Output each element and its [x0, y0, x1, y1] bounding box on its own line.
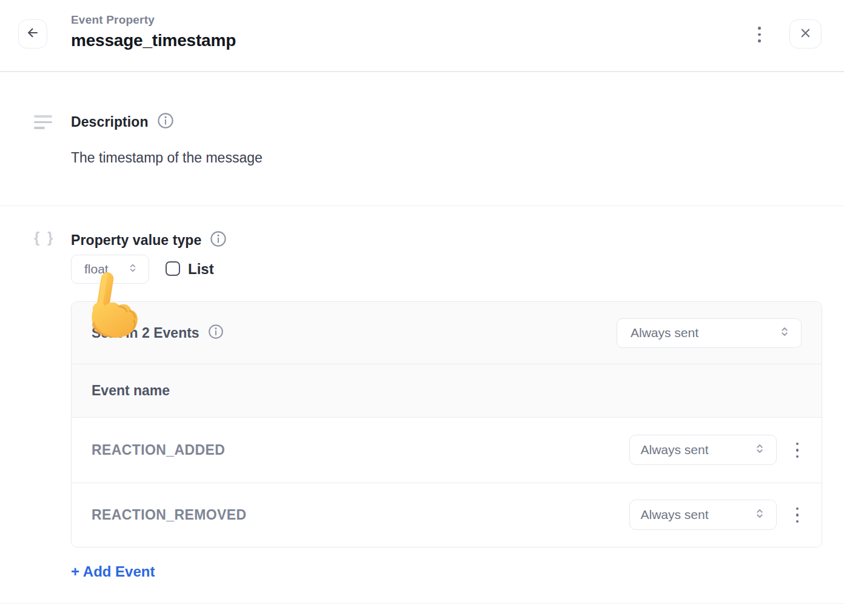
row-more-options-button[interactable] — [790, 439, 805, 462]
info-icon[interactable] — [207, 323, 224, 343]
value-type-selected: float — [84, 262, 109, 276]
section-divider — [0, 206, 844, 206]
braces-icon: { } — [34, 229, 55, 246]
list-checkbox-label: List — [188, 261, 214, 278]
list-checkbox[interactable] — [166, 261, 180, 276]
info-icon[interactable] — [156, 112, 175, 132]
entity-type-label: Event Property — [71, 13, 236, 27]
panel-header-bar: Event Property message_timestamp — [0, 0, 844, 72]
events-panel-header: Sent In 2 Events Always sent — [72, 302, 822, 364]
row-sent-mode-dropdown[interactable]: Always sent — [629, 435, 777, 465]
event-name[interactable]: REACTION_REMOVED — [92, 507, 247, 523]
info-icon[interactable] — [209, 230, 227, 250]
row-sent-mode-value: Always sent — [641, 443, 709, 457]
chevron-up-down-icon — [753, 442, 766, 458]
close-icon — [799, 27, 812, 42]
global-sent-mode-value: Always sent — [631, 326, 698, 340]
event-name-column-header: Event name — [72, 364, 822, 418]
row-sent-mode-value: Always sent — [641, 507, 709, 522]
property-type-heading: Property value type — [71, 232, 201, 249]
back-button[interactable] — [18, 19, 47, 49]
close-button[interactable] — [789, 19, 822, 49]
description-icon — [34, 115, 52, 129]
table-row: REACTION_REMOVED Always sent — [72, 483, 822, 547]
sent-in-events-panel: Sent In 2 Events Always sent Event name … — [71, 301, 822, 547]
events-panel-heading: Sent In 2 Events — [92, 325, 199, 341]
arrow-left-icon — [25, 25, 40, 42]
table-row: REACTION_ADDED Always sent — [72, 418, 822, 482]
chevron-up-down-icon — [127, 262, 139, 277]
description-heading: Description — [71, 114, 149, 130]
add-event-link[interactable]: + Add Event — [71, 563, 155, 580]
global-sent-mode-dropdown[interactable]: Always sent — [617, 318, 802, 348]
bottom-divider — [0, 603, 844, 604]
description-text[interactable]: The timestamp of the message — [71, 150, 263, 166]
chevron-up-down-icon — [753, 507, 766, 523]
value-type-dropdown[interactable]: float — [71, 255, 149, 284]
row-more-options-button[interactable] — [790, 504, 805, 527]
property-type-heading-row: Property value type — [71, 230, 227, 250]
title-block: Event Property message_timestamp — [71, 13, 236, 50]
row-sent-mode-dropdown[interactable]: Always sent — [629, 500, 777, 530]
event-name[interactable]: REACTION_ADDED — [92, 442, 225, 458]
chevron-up-down-icon — [778, 325, 791, 341]
description-heading-row: Description — [71, 112, 175, 132]
more-options-button[interactable] — [752, 23, 767, 46]
page-title: message_timestamp — [71, 31, 236, 50]
event-name-column-label: Event name — [92, 383, 170, 399]
